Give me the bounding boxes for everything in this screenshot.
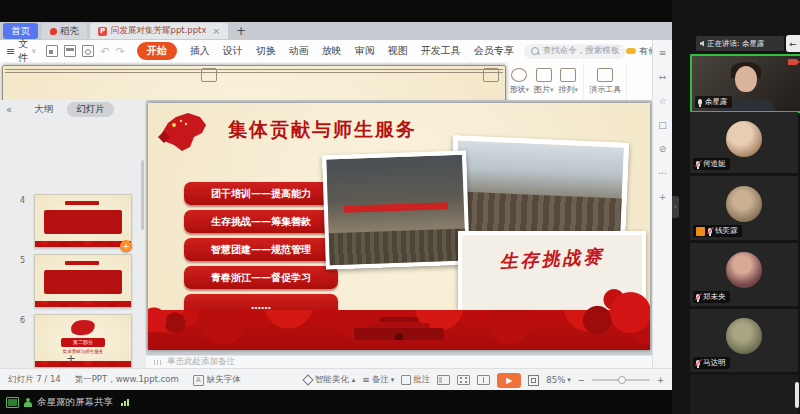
participant-tile-6-partial[interactable] (690, 375, 798, 414)
tab-slides[interactable]: 幻灯片 (67, 102, 114, 117)
slide-thumbnail-5[interactable] (34, 254, 132, 308)
thumb-section-banner: 第二部分 (61, 338, 105, 347)
tab-store-label: 稻壳 (60, 25, 79, 38)
slide-bullet-2[interactable]: 生存挑战——筹集善款 (184, 210, 338, 233)
participant-tile-3[interactable]: 钱奕霖 (690, 176, 798, 240)
ribbon-tab-transition[interactable]: 切换 (256, 44, 276, 58)
tab-document[interactable]: P 问发展对集芳耀ppt.pptx × (90, 23, 228, 39)
slide-thumbnail-4[interactable] (34, 194, 132, 248)
zoom-level[interactable]: 85%▾ (546, 375, 570, 385)
speaking-text: 正在讲话: 余星露 (707, 39, 764, 49)
zoom-in-button[interactable]: + (657, 375, 664, 385)
participant-name-tag: 钱奕霖 (693, 225, 742, 237)
slide-bullet-3[interactable]: 智慧团建——规范管理 (184, 238, 338, 261)
ribbon-tab-view[interactable]: 视图 (388, 44, 408, 58)
collapse-panel-button[interactable]: ← (786, 35, 800, 52)
ribbon-tab-home[interactable]: 开始 (137, 42, 177, 60)
screen-share-icon (6, 397, 19, 408)
speaking-indicator: 正在讲话: 余星露 (696, 36, 784, 51)
notes-drag-handle-icon[interactable] (154, 360, 162, 365)
add-slide-between-button[interactable]: + (120, 240, 132, 252)
participant-name-tag: 何道妮 (693, 158, 730, 170)
new-tab-button[interactable]: + (236, 24, 246, 38)
ribbon-tab-review[interactable]: 审阅 (355, 44, 375, 58)
participant-tile-5[interactable]: 马达明 (690, 309, 798, 372)
ribbon-tab-insert[interactable]: 插入 (190, 44, 210, 58)
window-icon[interactable]: □ (658, 120, 667, 130)
ellipsis-icon[interactable]: ⋯ (658, 168, 667, 178)
swap-icon[interactable]: ↔ (659, 72, 667, 82)
preview-icon[interactable] (82, 45, 94, 57)
slide-canvas[interactable]: 集体贡献与师生服务 团干培训——提高能力 生存挑战——筹集善款 智慧团建——规范… (148, 103, 650, 350)
photo-stage-banner (344, 202, 448, 213)
undo-icon[interactable]: ↶ (100, 45, 109, 58)
participant-tile-1[interactable]: 余星露 (690, 54, 800, 113)
zoom-slider-knob[interactable] (618, 376, 626, 384)
notes-toggle-button[interactable]: ≡备注▾ (362, 374, 394, 386)
ribbon-tab-devtools[interactable]: 开发工具 (421, 44, 461, 58)
slide-bullet-1[interactable]: 团干培训——提高能力 (184, 182, 338, 205)
slide-bullet-4[interactable]: 青春浙江——督促学习 (184, 266, 338, 289)
new-slide-button[interactable]: 新建幻灯片▾ (151, 76, 195, 87)
slide-photo-auditorium[interactable] (322, 151, 470, 270)
command-search-input[interactable]: 查找命令，搜索模板 (524, 44, 627, 59)
normal-view-icon[interactable] (437, 375, 450, 385)
file-menu[interactable]: ≡ 文件 ∨ (6, 37, 36, 65)
save-icon[interactable] (46, 45, 58, 57)
plus-icon[interactable]: + (659, 192, 667, 202)
ribbon-tab-slideshow[interactable]: 放映 (322, 44, 342, 58)
collapse-panel-icon[interactable]: « (6, 104, 12, 115)
mic-muted-icon (708, 228, 712, 234)
slideshow-play-button[interactable]: ▶ (497, 373, 521, 388)
fit-slide-icon[interactable] (528, 375, 539, 386)
redo-icon[interactable]: ↷ (116, 45, 125, 58)
statusbar-right: 智能美化▴ ≡备注▾ 批注 ▶ 85%▾ − + (304, 373, 664, 388)
shape-button[interactable]: 形状▾ (510, 68, 530, 95)
smart-beautify-button[interactable]: 智能美化▴ (304, 374, 356, 386)
slide-thumbnail-6[interactable]: 第二部分 集体贡献与师生服务 (34, 314, 132, 368)
print-icon[interactable] (64, 45, 76, 57)
ribbon-tab-animation[interactable]: 动画 (289, 44, 309, 58)
conference-panel: 正在讲话: 余星露 ← 余星露 何道妮 (672, 0, 800, 414)
chevron-down-icon: ∨ (31, 47, 36, 55)
store-flame-icon (50, 28, 57, 35)
notes-bar[interactable]: 单击此处添加备注 (146, 355, 652, 368)
panel-collapse-handle[interactable]: ‹ (672, 196, 679, 218)
thumb-title-block (65, 201, 99, 205)
slide-title[interactable]: 集体贡献与师生服务 (228, 117, 417, 143)
slide-sorter-view-icon[interactable] (457, 375, 470, 385)
slide-panel-header: « 大纲 幻灯片 (0, 100, 146, 118)
template-source: 第一PPT，www.1ppt.com (75, 374, 179, 386)
quick-access-toolbar: ↶ ↷ (46, 45, 124, 58)
arrange-button[interactable]: 排列▾ (559, 68, 579, 95)
star-icon[interactable]: ☆ (658, 96, 666, 106)
present-tool-button[interactable]: 演示工具 (589, 68, 621, 95)
participant-tile-2[interactable]: 何道妮 (690, 112, 798, 173)
missing-font-warning[interactable]: A 缺失字体 (193, 374, 241, 386)
zoom-slider[interactable] (592, 379, 650, 381)
ribbon-tab-design[interactable]: 设计 (223, 44, 243, 58)
close-tab-icon[interactable]: × (212, 26, 220, 36)
participant-tile-4[interactable]: 郑未央 (690, 243, 798, 306)
panel-scrollbar[interactable] (141, 160, 144, 230)
slide-panel: « 大纲 幻灯片 4 + 5 6 第二部分 集体贡献与师生服务 (0, 100, 147, 368)
slide-photo-classroom[interactable] (449, 135, 629, 245)
picture-button[interactable]: 图片▾ (534, 68, 554, 95)
thumb-number: 6 (20, 316, 25, 325)
help-icon[interactable]: ⊘ (659, 144, 667, 154)
comments-button[interactable]: 批注 (401, 374, 430, 386)
picture-icon (536, 68, 552, 82)
camera-off-icon (788, 59, 797, 65)
zoom-out-button[interactable]: − (578, 375, 585, 385)
tab-outline[interactable]: 大纲 (34, 103, 53, 116)
add-slide-bottom-button[interactable]: + (66, 352, 76, 366)
video-person-face (735, 66, 757, 92)
slides-group: 新建幻灯片▾ 版式▾ 重置 节▾ (146, 62, 259, 100)
panel-list-icon[interactable]: ≡ (659, 48, 667, 58)
tab-store[interactable]: 稻壳 (42, 23, 87, 39)
slide-counter: 幻灯片 7 / 14 (8, 374, 61, 386)
reading-view-icon[interactable] (477, 375, 490, 385)
conference-scrollbar[interactable] (795, 382, 799, 408)
present-tool-group: 演示工具 (584, 62, 627, 100)
ribbon-tab-member[interactable]: 会员专享 (474, 44, 514, 58)
